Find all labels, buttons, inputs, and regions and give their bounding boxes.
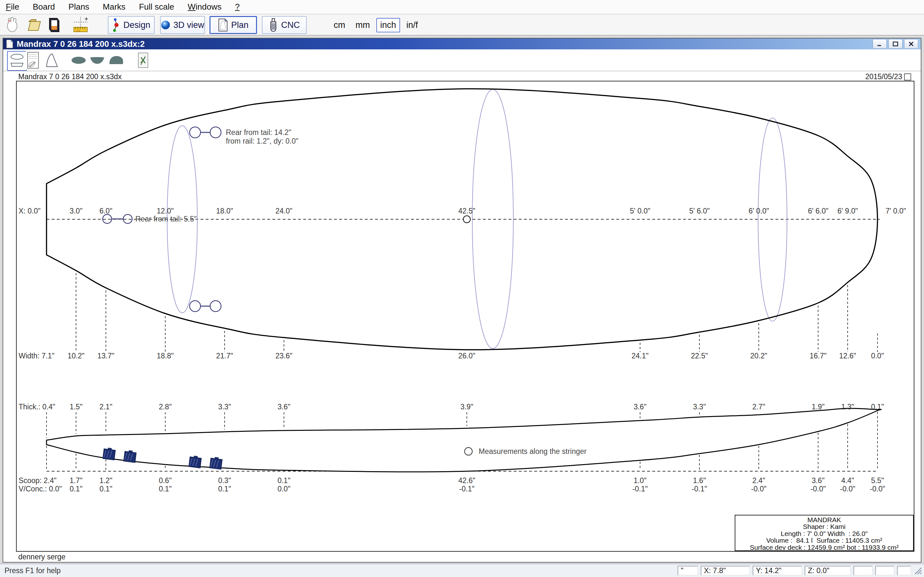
close-button[interactable] (904, 39, 918, 49)
board-profile-outline (47, 408, 881, 472)
plan-solid-button[interactable] (70, 51, 87, 69)
x-row-label-1: 3.0" (69, 207, 82, 215)
unit-inch[interactable]: inch (376, 18, 400, 32)
outline-views-button[interactable] (7, 51, 27, 71)
cnc-button-label: CNC (281, 20, 300, 30)
x-row-label-3: 12.0" (157, 207, 174, 215)
minimize-icon (877, 41, 883, 47)
x-row-label-6: 42.5" (459, 207, 475, 215)
scoop-row-label-5: 0.1" (278, 476, 290, 485)
vconc-row-label-8: -0.1" (692, 485, 707, 493)
measurements-button[interactable] (26, 51, 40, 69)
side-fin-annotation-line1: Rear from tail: 14.2" (226, 128, 291, 137)
plan-solid-icon (71, 55, 87, 65)
menu-bar: FileBoardPlansMarksFull scaleWindows? (0, 0, 924, 14)
unit-mm[interactable]: mm (352, 18, 374, 32)
menu-plans[interactable]: Plans (68, 2, 89, 12)
width-row-label-12: 0.0" (871, 351, 884, 360)
x-row-label-5: 24.0" (276, 207, 292, 215)
design-button[interactable]: Design (108, 16, 155, 34)
menu-board[interactable]: Board (33, 2, 55, 12)
drawing-canvas[interactable]: X: 0.0"3.0"6.0"12.0"18.0"24.0"42.5"5' 0.… (17, 81, 914, 551)
maximize-button[interactable] (888, 39, 903, 49)
minimize-button[interactable] (873, 39, 887, 49)
status-z-field: Z: 0.0" (804, 566, 851, 575)
section-solid-button[interactable] (89, 51, 105, 69)
x-row-label-9: 6' 0.0" (748, 207, 769, 215)
window-titlebar[interactable]: Mandrax 7 0 26 184 200 x.s3dx:2 (3, 39, 921, 49)
thick-row-label-10: 1.9" (812, 403, 825, 411)
print-icon[interactable] (46, 16, 62, 34)
thick-row-label-7: 3.6" (634, 403, 646, 411)
foil-curve-button[interactable] (45, 51, 59, 69)
fin-plug-pair-0 (190, 127, 221, 138)
info-shaper: Shaper : Kami (735, 523, 913, 530)
menu-file[interactable]: File (6, 2, 19, 12)
status-empty-field-3 (897, 566, 911, 575)
scoop-row-label-4: 0.3" (218, 476, 231, 485)
width-row-label-11: 12.6" (839, 351, 856, 360)
svg-text:1 0: 1 0 (76, 29, 80, 32)
thick-row-label-1: 1.5" (69, 403, 82, 411)
plan-button-label: Plan (231, 20, 248, 30)
plan-sheet-icon (218, 18, 228, 32)
info-board-name: MANDRAK (735, 516, 913, 523)
thick-row-label-6: 3.9" (460, 403, 473, 411)
board-info-box: MANDRAK Shaper : Kami Length : 7' 0.0" W… (735, 515, 914, 551)
width-row-label-3: 18.8" (157, 351, 174, 360)
board-window: Mandrax 7 0 26 184 200 x.s3dx:2 (3, 38, 921, 562)
open-folder-icon[interactable] (26, 16, 42, 34)
scoop-row-label-1: 1.7" (69, 476, 82, 485)
section-solid-icon (89, 56, 105, 64)
menu-marks[interactable]: Marks (103, 2, 126, 12)
main-toolbar: 1 0 Design 3D view Plan (0, 15, 924, 35)
thick-row-label-2: 2.1" (99, 403, 112, 411)
unit-selector: cm mm inch in/f (328, 16, 423, 34)
menu-windows[interactable]: Windows (188, 2, 221, 12)
design-button-label: Design (123, 20, 150, 30)
resize-grip[interactable] (914, 566, 922, 575)
vconc-row-label-0: V/Conc.: 0.0" (19, 485, 62, 493)
width-row-label-0: Width: 7.1" (19, 351, 55, 360)
plan-button[interactable]: Plan (210, 16, 257, 34)
width-row-label-2: 13.7" (97, 351, 115, 360)
cnc-button[interactable]: CNC (262, 16, 307, 34)
vconc-row-label-12: -0.0" (870, 485, 885, 493)
thick-row-label-9: 2.7" (752, 403, 765, 411)
maximize-icon (892, 41, 899, 47)
x-row-label-4: 18.0" (216, 207, 233, 215)
menu--[interactable]: ? (235, 2, 239, 12)
menu-full-scale[interactable]: Full scale (139, 2, 174, 12)
vconc-row-label-2: 0.1" (99, 485, 112, 493)
excel-export-button[interactable]: X (136, 51, 150, 69)
x-row-label-10: 6' 6.0" (808, 207, 829, 215)
status-help-text: Press F1 for help (5, 566, 61, 575)
thick-row-label-5: 3.6" (278, 403, 290, 411)
width-row-label-9: 20.2" (750, 351, 767, 360)
unit-cm[interactable]: cm (330, 18, 349, 32)
profile-solid-button[interactable] (108, 51, 124, 69)
scoop-row-label-7: 1.0" (634, 476, 646, 485)
unit-inf[interactable]: in/f (403, 18, 422, 32)
view-toolbar: X (3, 49, 921, 71)
3d-view-button[interactable]: 3D view (160, 16, 205, 34)
x-row-label-7: 5' 0.0" (630, 207, 650, 215)
x-row-label-0: X: 0.0" (19, 207, 40, 215)
scoop-row-label-2: 1.2" (99, 476, 112, 485)
info-volume-surface: Volume : 84.1 l Surface : 11405.3 cm² (735, 537, 913, 544)
measurements-sheet-icon (27, 52, 39, 69)
user-name: dennery serge (18, 553, 65, 561)
scoop-row-label-9: 2.4" (752, 476, 765, 485)
excel-export-icon: X (137, 52, 149, 68)
width-row-label-1: 10.2" (68, 351, 85, 360)
status-empty-field-2 (875, 566, 895, 575)
scoop-row-label-6: 42.6" (459, 476, 475, 485)
vconc-row-label-5: 0.0" (278, 485, 290, 493)
hand-icon[interactable] (5, 16, 21, 34)
x-row-label-12: 7' 0.0" (885, 207, 906, 215)
profile-solid-icon (108, 55, 124, 65)
date-checkbox[interactable] (904, 73, 911, 81)
document-icon (6, 39, 13, 48)
ruler-icon[interactable]: 1 0 (73, 16, 89, 34)
scoop-row-label-12: 5.5" (871, 476, 884, 485)
